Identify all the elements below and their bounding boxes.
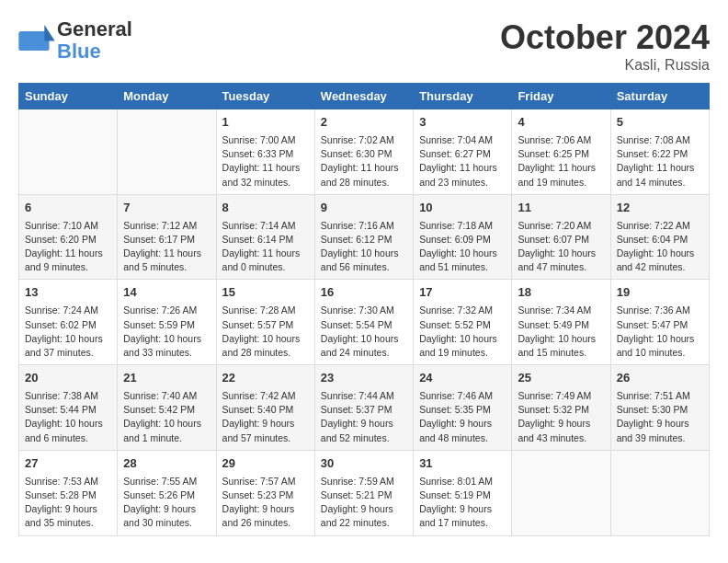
cell-info: Daylight: 9 hours and 22 minutes. [321, 502, 407, 530]
cell-info: Sunrise: 7:04 AM [419, 133, 506, 147]
calendar-cell: 20Sunrise: 7:38 AMSunset: 5:44 PMDayligh… [19, 365, 118, 451]
cell-info: Sunrise: 8:01 AM [419, 475, 506, 488]
calendar-cell: 18Sunrise: 7:34 AMSunset: 5:49 PMDayligh… [512, 280, 610, 365]
day-number: 13 [25, 284, 111, 302]
day-number: 14 [123, 284, 210, 302]
day-number: 26 [617, 370, 703, 387]
calendar-cell: 10Sunrise: 7:18 AMSunset: 6:09 PMDayligh… [414, 194, 512, 280]
col-header-monday: Monday [118, 84, 216, 109]
week-row-3: 13Sunrise: 7:24 AMSunset: 6:02 PMDayligh… [19, 280, 710, 365]
logo: General Blue [18, 18, 132, 63]
cell-info: Sunset: 6:22 PM [617, 147, 703, 161]
calendar-cell: 2Sunrise: 7:02 AMSunset: 6:30 PMDaylight… [314, 109, 413, 195]
col-header-friday: Friday [512, 84, 610, 109]
calendar-cell: 8Sunrise: 7:14 AMSunset: 6:14 PMDaylight… [216, 194, 314, 280]
calendar-cell: 23Sunrise: 7:44 AMSunset: 5:37 PMDayligh… [314, 365, 413, 451]
calendar-cell: 19Sunrise: 7:36 AMSunset: 5:47 PMDayligh… [610, 280, 709, 365]
calendar-cell: 27Sunrise: 7:53 AMSunset: 5:28 PMDayligh… [19, 450, 118, 535]
svg-marker-1 [44, 25, 54, 41]
calendar-cell [610, 450, 709, 535]
cell-info: Sunset: 6:30 PM [321, 147, 407, 161]
day-number: 12 [617, 200, 703, 217]
calendar-table: SundayMondayTuesdayWednesdayThursdayFrid… [18, 83, 710, 536]
cell-info: Sunset: 6:09 PM [419, 233, 506, 247]
cell-info: Sunset: 6:27 PM [419, 147, 506, 161]
day-number: 1 [222, 114, 309, 132]
cell-info: Sunrise: 7:42 AM [222, 389, 309, 403]
calendar-cell: 12Sunrise: 7:22 AMSunset: 6:04 PMDayligh… [610, 194, 709, 280]
calendar-cell: 13Sunrise: 7:24 AMSunset: 6:02 PMDayligh… [19, 280, 118, 365]
day-number: 20 [25, 370, 111, 387]
calendar-cell: 9Sunrise: 7:16 AMSunset: 6:12 PMDaylight… [314, 194, 413, 280]
month-title: October 2024 [500, 18, 710, 57]
cell-info: Sunrise: 7:14 AM [222, 219, 309, 233]
cell-info: Sunset: 5:23 PM [222, 488, 309, 502]
cell-info: Sunrise: 7:20 AM [518, 219, 604, 233]
cell-info: Sunset: 5:59 PM [123, 318, 210, 332]
col-header-thursday: Thursday [414, 84, 512, 109]
day-number: 18 [518, 284, 604, 302]
cell-info: Daylight: 10 hours and 33 minutes. [123, 332, 210, 360]
day-number: 4 [518, 114, 604, 132]
cell-info: Sunrise: 7:55 AM [123, 475, 210, 488]
cell-info: Sunrise: 7:46 AM [419, 389, 506, 403]
calendar-cell: 1Sunrise: 7:00 AMSunset: 6:33 PMDaylight… [216, 109, 314, 195]
calendar-cell: 11Sunrise: 7:20 AMSunset: 6:07 PMDayligh… [512, 194, 610, 280]
cell-info: Daylight: 9 hours and 26 minutes. [222, 502, 309, 530]
calendar-cell: 25Sunrise: 7:49 AMSunset: 5:32 PMDayligh… [512, 365, 610, 451]
cell-info: Daylight: 9 hours and 52 minutes. [321, 417, 407, 444]
cell-info: Sunset: 6:25 PM [518, 147, 604, 161]
cell-info: Sunset: 5:42 PM [123, 403, 210, 417]
cell-info: Sunrise: 7:00 AM [222, 133, 309, 147]
cell-info: Daylight: 10 hours and 51 minutes. [419, 247, 506, 274]
cell-info: Sunset: 5:21 PM [321, 488, 407, 502]
day-number: 15 [222, 284, 309, 302]
cell-info: Daylight: 11 hours and 9 minutes. [25, 247, 111, 274]
cell-info: Sunrise: 7:22 AM [617, 219, 703, 233]
cell-info: Sunrise: 7:57 AM [222, 475, 309, 488]
cell-info: Sunrise: 7:36 AM [617, 304, 703, 317]
calendar-cell: 21Sunrise: 7:40 AMSunset: 5:42 PMDayligh… [118, 365, 216, 451]
cell-info: Sunset: 5:35 PM [419, 403, 506, 417]
cell-info: Sunset: 5:57 PM [222, 318, 309, 332]
cell-info: Sunset: 6:12 PM [321, 233, 407, 247]
col-header-saturday: Saturday [610, 84, 709, 109]
cell-info: Daylight: 11 hours and 5 minutes. [123, 247, 210, 274]
cell-info: Daylight: 9 hours and 39 minutes. [617, 417, 703, 444]
cell-info: Daylight: 10 hours and 28 minutes. [222, 332, 309, 360]
cell-info: Sunset: 6:17 PM [123, 233, 210, 247]
cell-info: Daylight: 11 hours and 0 minutes. [222, 247, 309, 274]
cell-info: Sunset: 5:40 PM [222, 403, 309, 417]
week-row-5: 27Sunrise: 7:53 AMSunset: 5:28 PMDayligh… [19, 450, 710, 535]
cell-info: Sunrise: 7:44 AM [321, 389, 407, 403]
day-number: 25 [518, 370, 604, 387]
title-area: October 2024 Kasli, Russia [500, 18, 710, 74]
cell-info: Sunset: 6:33 PM [222, 147, 309, 161]
cell-info: Sunset: 5:49 PM [518, 318, 604, 332]
cell-info: Daylight: 10 hours and 6 minutes. [25, 417, 111, 444]
cell-info: Daylight: 11 hours and 28 minutes. [321, 161, 407, 189]
cell-info: Sunset: 5:32 PM [518, 403, 604, 417]
day-number: 21 [123, 370, 210, 387]
calendar-cell: 3Sunrise: 7:04 AMSunset: 6:27 PMDaylight… [414, 109, 512, 195]
cell-info: Sunrise: 7:49 AM [518, 389, 604, 403]
col-header-wednesday: Wednesday [314, 84, 413, 109]
cell-info: Daylight: 10 hours and 37 minutes. [25, 332, 111, 360]
calendar-cell: 29Sunrise: 7:57 AMSunset: 5:23 PMDayligh… [216, 450, 314, 535]
calendar-cell: 15Sunrise: 7:28 AMSunset: 5:57 PMDayligh… [216, 280, 314, 365]
day-number: 24 [419, 370, 506, 387]
cell-info: Daylight: 10 hours and 10 minutes. [617, 332, 703, 360]
calendar-cell: 17Sunrise: 7:32 AMSunset: 5:52 PMDayligh… [414, 280, 512, 365]
cell-info: Sunset: 5:26 PM [123, 488, 210, 502]
cell-info: Sunset: 5:19 PM [419, 488, 506, 502]
calendar-cell: 16Sunrise: 7:30 AMSunset: 5:54 PMDayligh… [314, 280, 413, 365]
cell-info: Daylight: 10 hours and 15 minutes. [518, 332, 604, 360]
day-number: 29 [222, 455, 309, 473]
column-headers: SundayMondayTuesdayWednesdayThursdayFrid… [19, 84, 710, 109]
day-number: 6 [25, 200, 111, 217]
cell-info: Daylight: 9 hours and 57 minutes. [222, 417, 309, 444]
calendar-cell: 7Sunrise: 7:12 AMSunset: 6:17 PMDaylight… [118, 194, 216, 280]
cell-info: Sunrise: 7:06 AM [518, 133, 604, 147]
cell-info: Sunrise: 7:40 AM [123, 389, 210, 403]
day-number: 5 [617, 114, 703, 132]
